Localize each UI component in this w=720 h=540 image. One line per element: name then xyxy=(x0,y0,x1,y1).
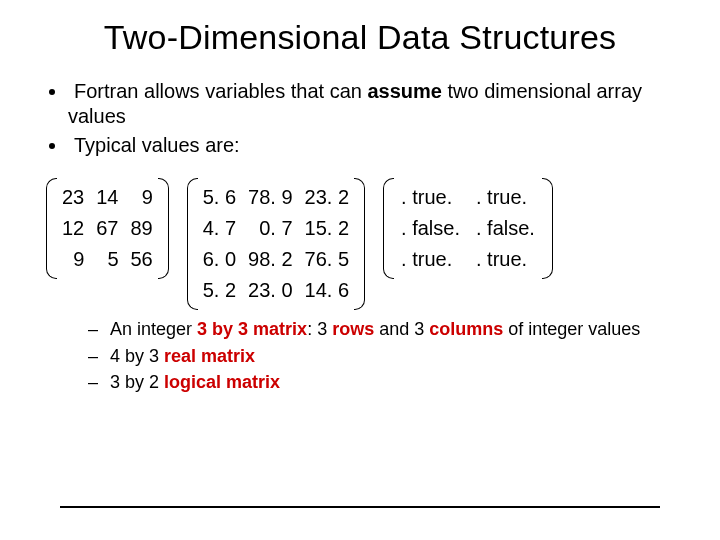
text-red: logical matrix xyxy=(164,372,280,392)
real-matrix: 5. 678. 923. 2 4. 70. 715. 2 6. 098. 276… xyxy=(187,178,365,310)
table-row: 4. 70. 715. 2 xyxy=(197,213,355,244)
bullet-item: Fortran allows variables that can assume… xyxy=(68,79,680,129)
cell: . true. xyxy=(393,182,468,213)
cell: 5. 6 xyxy=(197,182,242,213)
cell: 14. 6 xyxy=(299,275,355,306)
cell: . true. xyxy=(468,182,543,213)
bullet-list: Fortran allows variables that can assume… xyxy=(40,79,680,158)
sub-bullet-item: 3 by 2 logical matrix xyxy=(110,371,680,394)
table-row: . true.. true. xyxy=(393,182,543,213)
slide: Two-Dimensional Data Structures Fortran … xyxy=(0,0,720,540)
text: : 3 xyxy=(307,319,332,339)
bracket-left-icon xyxy=(187,178,198,310)
cell: . false. xyxy=(468,213,543,244)
cell: 6. 0 xyxy=(197,244,242,275)
sub-bullet-item: An integer 3 by 3 matrix: 3 rows and 3 c… xyxy=(110,318,680,341)
text: and 3 xyxy=(374,319,429,339)
table-row: . true.. true. xyxy=(393,244,543,275)
logical-matrix: . true.. true. . false.. false. . true..… xyxy=(383,178,553,279)
bracket-right-icon xyxy=(158,178,169,279)
table-row: 5. 678. 923. 2 xyxy=(197,182,355,213)
cell: 15. 2 xyxy=(299,213,355,244)
cell: . false. xyxy=(393,213,468,244)
text-red: rows xyxy=(332,319,374,339)
text: Typical values are: xyxy=(68,134,240,156)
sub-bullet-item: 4 by 3 real matrix xyxy=(110,345,680,368)
matrix-table: 5. 678. 923. 2 4. 70. 715. 2 6. 098. 276… xyxy=(197,182,355,306)
bracket-left-icon xyxy=(383,178,394,279)
matrix-table: . true.. true. . false.. false. . true..… xyxy=(393,182,543,275)
table-row: 23149 xyxy=(56,182,159,213)
cell: 78. 9 xyxy=(242,182,298,213)
cell: 5. 2 xyxy=(197,275,242,306)
text: of integer values xyxy=(503,319,640,339)
integer-matrix: 23149 126789 9556 xyxy=(46,178,169,279)
cell: 4. 7 xyxy=(197,213,242,244)
cell: 9 xyxy=(125,182,159,213)
sub-bullet-list: An integer 3 by 3 matrix: 3 rows and 3 c… xyxy=(40,318,680,394)
cell: 89 xyxy=(125,213,159,244)
text: An integer xyxy=(110,319,197,339)
cell: 9 xyxy=(56,244,90,275)
bracket-left-icon xyxy=(46,178,57,279)
table-row: . false.. false. xyxy=(393,213,543,244)
table-row: 9556 xyxy=(56,244,159,275)
slide-title: Two-Dimensional Data Structures xyxy=(40,18,680,57)
table-row: 6. 098. 276. 5 xyxy=(197,244,355,275)
cell: 0. 7 xyxy=(242,213,298,244)
table-row: 126789 xyxy=(56,213,159,244)
cell: 98. 2 xyxy=(242,244,298,275)
text: 4 by 3 xyxy=(110,346,164,366)
horizontal-rule xyxy=(60,506,660,508)
text: 3 by 2 xyxy=(110,372,164,392)
cell: 12 xyxy=(56,213,90,244)
text-red: 3 by 3 matrix xyxy=(197,319,307,339)
text: Fortran allows variables that can xyxy=(74,80,367,102)
table-row: 5. 223. 014. 6 xyxy=(197,275,355,306)
cell: 14 xyxy=(90,182,124,213)
matrices-row: 23149 126789 9556 5. 678. 923. 2 4. 70. … xyxy=(46,178,680,310)
matrix-table: 23149 126789 9556 xyxy=(56,182,159,275)
cell: 23 xyxy=(56,182,90,213)
cell: 56 xyxy=(125,244,159,275)
cell: . true. xyxy=(393,244,468,275)
bracket-right-icon xyxy=(354,178,365,310)
text-red: columns xyxy=(429,319,503,339)
cell: . true. xyxy=(468,244,543,275)
bracket-right-icon xyxy=(542,178,553,279)
cell: 23. 0 xyxy=(242,275,298,306)
text-bold: assume xyxy=(367,80,442,102)
cell: 67 xyxy=(90,213,124,244)
bullet-item: Typical values are: xyxy=(68,133,680,158)
cell: 5 xyxy=(90,244,124,275)
text-red: real matrix xyxy=(164,346,255,366)
cell: 23. 2 xyxy=(299,182,355,213)
cell: 76. 5 xyxy=(299,244,355,275)
